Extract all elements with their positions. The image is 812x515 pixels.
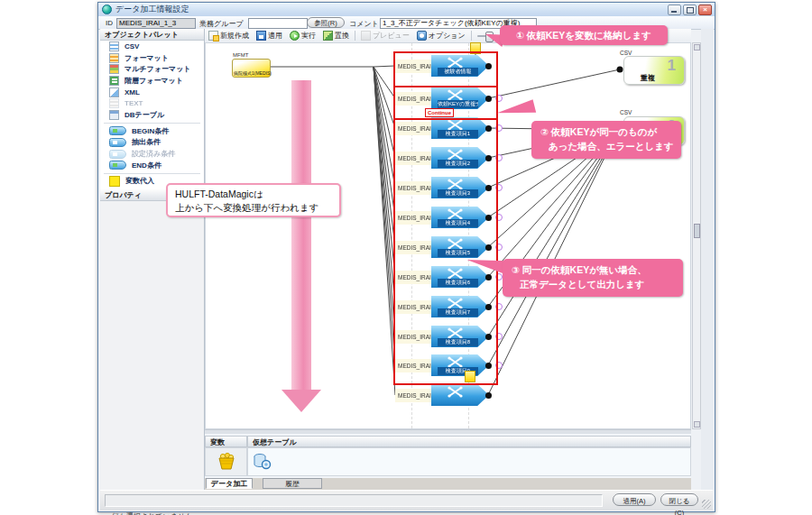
- toolbar-separator: [355, 31, 355, 41]
- node-sub-label: 被験者情報: [438, 68, 478, 76]
- transform-node-10[interactable]: MEDIS_IRAI 検査項目8: [395, 325, 505, 348]
- maximize-icon[interactable]: [683, 5, 697, 15]
- id-input[interactable]: [116, 18, 196, 29]
- transform-arrow-icon: 検査項目2: [431, 147, 489, 169]
- csv-icon: [109, 41, 119, 51]
- palette-item-text: TEXT: [100, 97, 204, 109]
- flow-direction-arrowhead: [281, 390, 321, 412]
- port-circle: [495, 95, 503, 102]
- minimize-icon[interactable]: [668, 5, 681, 15]
- transform-node-2[interactable]: MEDIS_IRAI 依頼KEYの重複チェック: [395, 87, 505, 110]
- callout-1: ① 依頼KEYを変数に格納します: [500, 25, 668, 45]
- window-title: データ加工情報設定: [115, 4, 189, 15]
- transform-arrow-icon: 検査項目3: [431, 177, 489, 198]
- palette-item-xml[interactable]: XML: [100, 87, 204, 98]
- port-circle: [495, 124, 503, 132]
- variables-cell[interactable]: [205, 447, 247, 476]
- options-button[interactable]: オプション: [413, 30, 469, 41]
- group-input[interactable]: [248, 18, 308, 29]
- variable-basket-icon: [216, 452, 237, 472]
- transform-node-12[interactable]: MEDIS_IRAI: [395, 383, 505, 407]
- options-icon: [417, 31, 427, 41]
- transform-node-1[interactable]: MEDIS_IRAI 被験者情報: [395, 54, 505, 78]
- node-sub-label: 検査項目4: [438, 219, 478, 227]
- scrollbar-thumb[interactable]: [694, 224, 700, 238]
- virtual-table-db-icon: [253, 453, 272, 471]
- apply-button[interactable]: 適用(A): [613, 493, 656, 506]
- close-icon[interactable]: ×: [698, 5, 712, 15]
- vertical-scrollbar[interactable]: [692, 42, 701, 429]
- tab-data-edit[interactable]: データ加工: [206, 478, 253, 489]
- bottom-panel: 変数 仮想テーブル: [205, 434, 691, 478]
- run-button[interactable]: 実行: [286, 30, 319, 41]
- output-connector-dot: [485, 334, 492, 340]
- scroll-down-icon[interactable]: [694, 421, 700, 428]
- transform-node-11[interactable]: MEDIS_IRAI 検査項目9: [395, 354, 505, 377]
- transform-node-7[interactable]: MEDIS_IRAI 検査項目5: [395, 235, 505, 259]
- variable-note-icon[interactable]: [465, 371, 475, 382]
- xml-icon: [109, 87, 119, 97]
- output-connector-dot: [485, 155, 492, 161]
- palette-item-format[interactable]: フォーマット: [100, 52, 204, 64]
- preview-icon: [361, 31, 371, 41]
- node-sub-label: 依頼KEYの重複チェック: [438, 100, 478, 108]
- transform-node-4[interactable]: MEDIS_IRAI 検査項目2: [395, 146, 505, 170]
- variable-note-icon[interactable]: [470, 42, 481, 54]
- source-node[interactable]: 病院様式1(MEDIS): [232, 59, 271, 78]
- source-node-name: 病院様式1(MEDIS): [234, 70, 272, 76]
- status-message-area: [105, 494, 603, 507]
- app-icon: [102, 5, 112, 14]
- app-window: データ加工情報設定 × ID 業務グループ 参照(R) コメント 新規作成 適用…: [97, 2, 715, 512]
- transform-node-9[interactable]: MEDIS_IRAI 検査項目7: [395, 295, 505, 318]
- reference-button[interactable]: 参照(R): [307, 17, 345, 28]
- source-type-label: MFMT: [233, 52, 248, 58]
- desktop: { "colors": { "pink": "#f06d9d", "arrow_…: [0, 0, 812, 515]
- status-bar: 適用(A) 閉じる(C): [100, 490, 713, 510]
- output-type-label: CSV: [620, 50, 632, 56]
- port-circle: [495, 333, 503, 340]
- object-palette-sidebar: オブジェクトパレット CSV フォーマット マルチフォーマット 階層フォーマット…: [100, 29, 205, 499]
- port-circle: [495, 273, 503, 280]
- output-type-label: CSV: [620, 109, 632, 115]
- right-panel-strip: [701, 29, 714, 490]
- transform-node-3[interactable]: MEDIS_IRAI 検査項目1: [395, 116, 505, 140]
- virtual-table-cell[interactable]: [247, 447, 691, 476]
- palette-item-extract-condition[interactable]: 抽出条件: [100, 137, 204, 149]
- palette-item-csv[interactable]: CSV: [100, 41, 204, 52]
- palette-item-multi-format[interactable]: マルチフォーマット: [100, 63, 204, 75]
- palette-item-tree-format[interactable]: 階層フォーマット: [100, 75, 204, 87]
- new-file-icon: [208, 31, 218, 41]
- configured-condition-icon: [109, 150, 126, 159]
- resize-grip[interactable]: [702, 500, 711, 509]
- preview-button: プレビュー: [357, 30, 413, 41]
- replace-button[interactable]: 置換: [319, 30, 353, 41]
- node-sub-label: 検査項目2: [438, 160, 478, 168]
- scroll-up-icon[interactable]: [694, 44, 700, 51]
- transform-node-6[interactable]: MEDIS_IRAI 検査項目4: [395, 206, 505, 229]
- flow-direction-arrow: [291, 80, 311, 391]
- tab-history[interactable]: 履歴: [263, 478, 322, 489]
- tree-format-icon: [109, 76, 119, 86]
- palette-item-begin-condition[interactable]: BEGIN条件: [100, 125, 204, 137]
- output-connector-dot: [485, 96, 492, 102]
- apply-toolbar-button[interactable]: 適用: [253, 30, 286, 41]
- new-button[interactable]: 新規作成: [205, 30, 253, 41]
- palette-item-end-condition[interactable]: END条件: [100, 160, 204, 171]
- transform-arrow-icon: 検査項目5: [431, 236, 489, 258]
- id-label: ID: [106, 19, 113, 27]
- transform-arrow-icon: 検査項目7: [431, 296, 489, 317]
- close-button[interactable]: 閉じる(C): [660, 493, 698, 506]
- palette-item-configured-condition: 設定済み条件: [100, 148, 204, 160]
- transform-arrow-icon: 依頼KEYの重複チェック: [431, 87, 489, 109]
- transform-node-5[interactable]: MEDIS_IRAI 検査項目3: [395, 176, 505, 199]
- port-circle: [495, 214, 503, 221]
- csv-output-duplicate[interactable]: 1 重複: [623, 56, 685, 85]
- palette-item-db-table[interactable]: DBテーブル: [100, 109, 204, 121]
- comment-label: コメント: [349, 19, 379, 29]
- port-circle: [495, 184, 503, 191]
- variable-assign-icon: [109, 176, 120, 187]
- output-connector-dot: [485, 125, 492, 132]
- title-bar[interactable]: データ加工情報設定 ×: [98, 3, 715, 17]
- output-connector-dot: [485, 185, 492, 191]
- palette-separator: [104, 173, 200, 174]
